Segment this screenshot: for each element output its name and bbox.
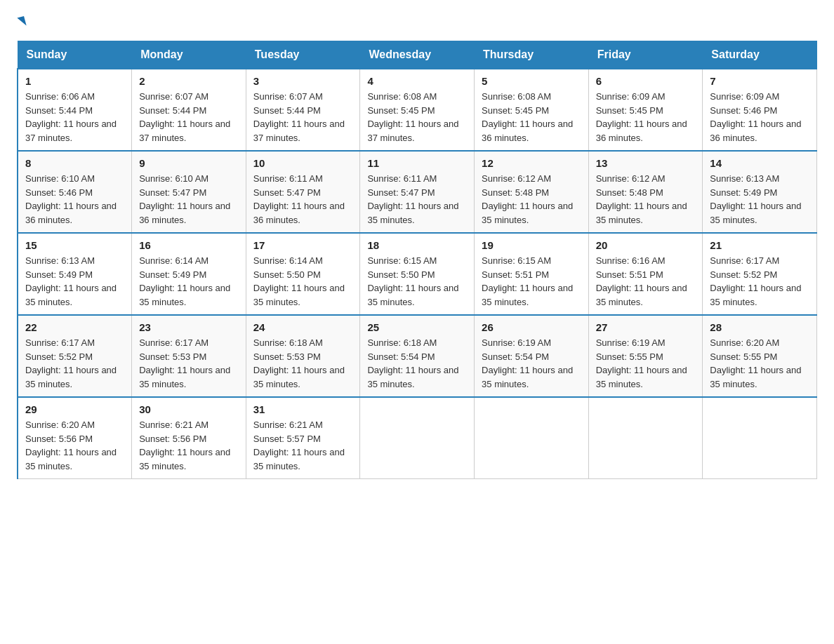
day-info: Sunrise: 6:14 AMSunset: 5:49 PMDaylight:… [139, 254, 239, 309]
calendar-cell [475, 397, 589, 479]
day-number: 27 [596, 321, 696, 333]
calendar-cell: 25Sunrise: 6:18 AMSunset: 5:54 PMDayligh… [360, 315, 475, 397]
day-number: 26 [482, 321, 581, 333]
day-number: 31 [253, 403, 353, 415]
calendar-cell [703, 397, 817, 479]
day-info: Sunrise: 6:19 AMSunset: 5:55 PMDaylight:… [596, 336, 696, 391]
day-info: Sunrise: 6:07 AMSunset: 5:44 PMDaylight:… [253, 90, 353, 145]
calendar-cell: 4Sunrise: 6:08 AMSunset: 5:45 PMDaylight… [360, 69, 475, 151]
day-number: 11 [367, 157, 467, 169]
calendar-cell: 29Sunrise: 6:20 AMSunset: 5:56 PMDayligh… [18, 397, 132, 479]
calendar-cell: 26Sunrise: 6:19 AMSunset: 5:54 PMDayligh… [475, 315, 589, 397]
calendar-cell: 30Sunrise: 6:21 AMSunset: 5:56 PMDayligh… [132, 397, 246, 479]
calendar-cell [588, 397, 703, 479]
day-info: Sunrise: 6:21 AMSunset: 5:56 PMDaylight:… [139, 418, 239, 473]
calendar-cell: 6Sunrise: 6:09 AMSunset: 5:45 PMDaylight… [588, 69, 703, 151]
day-number: 5 [482, 75, 581, 87]
day-number: 18 [367, 239, 467, 251]
day-number: 19 [482, 239, 581, 251]
day-header-thursday: Thursday [475, 41, 589, 69]
day-info: Sunrise: 6:13 AMSunset: 5:49 PMDaylight:… [25, 254, 124, 309]
day-info: Sunrise: 6:17 AMSunset: 5:52 PMDaylight:… [25, 336, 124, 391]
calendar-cell: 3Sunrise: 6:07 AMSunset: 5:44 PMDaylight… [246, 69, 360, 151]
day-number: 13 [596, 157, 696, 169]
week-row-1: 1Sunrise: 6:06 AMSunset: 5:44 PMDaylight… [18, 69, 817, 151]
calendar-header-row: SundayMondayTuesdayWednesdayThursdayFrid… [18, 41, 817, 69]
day-header-saturday: Saturday [703, 41, 817, 69]
day-info: Sunrise: 6:08 AMSunset: 5:45 PMDaylight:… [482, 90, 581, 145]
calendar-cell: 24Sunrise: 6:18 AMSunset: 5:53 PMDayligh… [246, 315, 360, 397]
day-info: Sunrise: 6:14 AMSunset: 5:50 PMDaylight:… [253, 254, 353, 309]
calendar-cell: 2Sunrise: 6:07 AMSunset: 5:44 PMDaylight… [132, 69, 246, 151]
calendar-cell: 11Sunrise: 6:11 AMSunset: 5:47 PMDayligh… [360, 151, 475, 233]
calendar-cell: 5Sunrise: 6:08 AMSunset: 5:45 PMDaylight… [475, 69, 589, 151]
week-row-3: 15Sunrise: 6:13 AMSunset: 5:49 PMDayligh… [18, 233, 817, 315]
logo-triangle-icon [17, 16, 26, 27]
day-info: Sunrise: 6:08 AMSunset: 5:45 PMDaylight:… [367, 90, 467, 145]
calendar-cell: 1Sunrise: 6:06 AMSunset: 5:44 PMDaylight… [18, 69, 132, 151]
logo [17, 17, 25, 27]
day-number: 9 [139, 157, 239, 169]
page-header [17, 17, 817, 27]
day-number: 8 [25, 157, 124, 169]
calendar-cell: 22Sunrise: 6:17 AMSunset: 5:52 PMDayligh… [18, 315, 132, 397]
calendar-cell: 18Sunrise: 6:15 AMSunset: 5:50 PMDayligh… [360, 233, 475, 315]
week-row-2: 8Sunrise: 6:10 AMSunset: 5:46 PMDaylight… [18, 151, 817, 233]
calendar-cell: 31Sunrise: 6:21 AMSunset: 5:57 PMDayligh… [246, 397, 360, 479]
day-number: 7 [710, 75, 809, 87]
day-info: Sunrise: 6:13 AMSunset: 5:49 PMDaylight:… [710, 172, 809, 227]
day-number: 20 [596, 239, 696, 251]
day-number: 6 [596, 75, 696, 87]
calendar-cell: 28Sunrise: 6:20 AMSunset: 5:55 PMDayligh… [703, 315, 817, 397]
calendar-cell: 14Sunrise: 6:13 AMSunset: 5:49 PMDayligh… [703, 151, 817, 233]
day-number: 16 [139, 239, 239, 251]
day-info: Sunrise: 6:11 AMSunset: 5:47 PMDaylight:… [253, 172, 353, 227]
calendar-cell: 10Sunrise: 6:11 AMSunset: 5:47 PMDayligh… [246, 151, 360, 233]
day-info: Sunrise: 6:15 AMSunset: 5:51 PMDaylight:… [482, 254, 581, 309]
day-header-wednesday: Wednesday [360, 41, 475, 69]
day-info: Sunrise: 6:20 AMSunset: 5:55 PMDaylight:… [710, 336, 809, 391]
calendar-cell: 9Sunrise: 6:10 AMSunset: 5:47 PMDaylight… [132, 151, 246, 233]
day-number: 12 [482, 157, 581, 169]
day-info: Sunrise: 6:10 AMSunset: 5:47 PMDaylight:… [139, 172, 239, 227]
calendar-cell: 17Sunrise: 6:14 AMSunset: 5:50 PMDayligh… [246, 233, 360, 315]
day-info: Sunrise: 6:16 AMSunset: 5:51 PMDaylight:… [596, 254, 696, 309]
day-number: 2 [139, 75, 239, 87]
calendar-cell: 27Sunrise: 6:19 AMSunset: 5:55 PMDayligh… [588, 315, 703, 397]
day-number: 15 [25, 239, 124, 251]
calendar-cell: 8Sunrise: 6:10 AMSunset: 5:46 PMDaylight… [18, 151, 132, 233]
day-info: Sunrise: 6:06 AMSunset: 5:44 PMDaylight:… [25, 90, 124, 145]
day-header-monday: Monday [132, 41, 246, 69]
day-header-sunday: Sunday [18, 41, 132, 69]
day-number: 22 [25, 321, 124, 333]
day-info: Sunrise: 6:18 AMSunset: 5:53 PMDaylight:… [253, 336, 353, 391]
day-info: Sunrise: 6:09 AMSunset: 5:45 PMDaylight:… [596, 90, 696, 145]
week-row-5: 29Sunrise: 6:20 AMSunset: 5:56 PMDayligh… [18, 397, 817, 479]
day-info: Sunrise: 6:18 AMSunset: 5:54 PMDaylight:… [367, 336, 467, 391]
day-info: Sunrise: 6:10 AMSunset: 5:46 PMDaylight:… [25, 172, 124, 227]
day-number: 17 [253, 239, 353, 251]
day-info: Sunrise: 6:07 AMSunset: 5:44 PMDaylight:… [139, 90, 239, 145]
day-header-tuesday: Tuesday [246, 41, 360, 69]
calendar-cell: 15Sunrise: 6:13 AMSunset: 5:49 PMDayligh… [18, 233, 132, 315]
day-info: Sunrise: 6:12 AMSunset: 5:48 PMDaylight:… [596, 172, 696, 227]
day-number: 29 [25, 403, 124, 415]
calendar-cell: 20Sunrise: 6:16 AMSunset: 5:51 PMDayligh… [588, 233, 703, 315]
calendar-cell: 19Sunrise: 6:15 AMSunset: 5:51 PMDayligh… [475, 233, 589, 315]
day-info: Sunrise: 6:19 AMSunset: 5:54 PMDaylight:… [482, 336, 581, 391]
calendar-table: SundayMondayTuesdayWednesdayThursdayFrid… [17, 41, 817, 479]
day-number: 1 [25, 75, 124, 87]
calendar-cell [360, 397, 475, 479]
day-number: 3 [253, 75, 353, 87]
day-number: 21 [710, 239, 809, 251]
calendar-cell: 12Sunrise: 6:12 AMSunset: 5:48 PMDayligh… [475, 151, 589, 233]
calendar-cell: 7Sunrise: 6:09 AMSunset: 5:46 PMDaylight… [703, 69, 817, 151]
day-info: Sunrise: 6:11 AMSunset: 5:47 PMDaylight:… [367, 172, 467, 227]
day-info: Sunrise: 6:15 AMSunset: 5:50 PMDaylight:… [367, 254, 467, 309]
day-info: Sunrise: 6:17 AMSunset: 5:52 PMDaylight:… [710, 254, 809, 309]
day-info: Sunrise: 6:20 AMSunset: 5:56 PMDaylight:… [25, 418, 124, 473]
day-number: 24 [253, 321, 353, 333]
day-info: Sunrise: 6:09 AMSunset: 5:46 PMDaylight:… [710, 90, 809, 145]
calendar-cell: 13Sunrise: 6:12 AMSunset: 5:48 PMDayligh… [588, 151, 703, 233]
day-info: Sunrise: 6:21 AMSunset: 5:57 PMDaylight:… [253, 418, 353, 473]
